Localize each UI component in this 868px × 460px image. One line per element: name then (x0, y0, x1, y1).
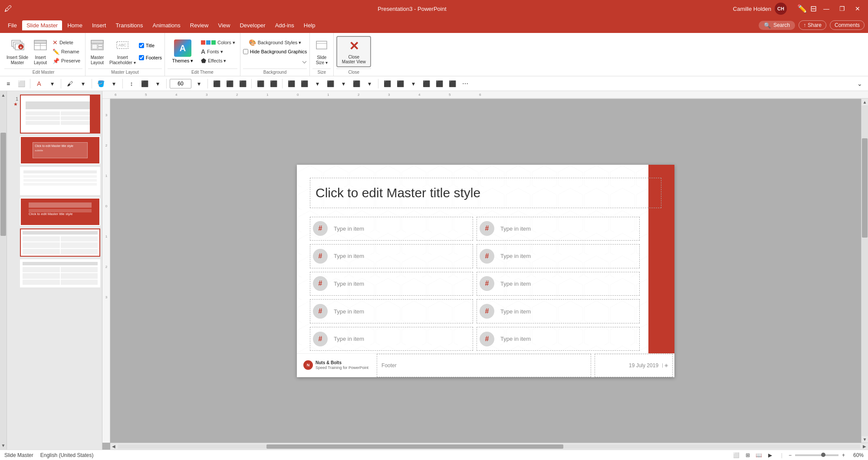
close-master-view-button[interactable]: ✕ CloseMaster View (336, 36, 371, 67)
slide-title-area[interactable]: Click to edit Master title style (310, 178, 661, 208)
grid-item-9[interactable]: # Type in item (310, 327, 473, 351)
shape-fill-arrow[interactable]: ▾ (338, 78, 349, 89)
align-left-button[interactable]: ⬛ (211, 78, 222, 89)
zoom-minus-button[interactable]: − (789, 452, 792, 458)
position-button[interactable]: ⬛ (447, 78, 458, 89)
fill-arrow[interactable]: ▾ (108, 78, 119, 89)
fonts-button[interactable]: A Fonts ▾ (199, 47, 237, 56)
menu-help[interactable]: Help (299, 20, 320, 30)
effects-button[interactable]: ⬟ Effects ▾ (199, 56, 237, 65)
grid-item-8[interactable]: # Type in item (477, 299, 640, 323)
scroll-down-arrow[interactable]: ▼ (0, 442, 7, 449)
vertical-scroll-track[interactable] (861, 105, 868, 436)
fill-button[interactable]: 🪣 (95, 78, 106, 89)
themes-button[interactable]: A Themes ▾ (168, 36, 198, 67)
shape-effects-button[interactable]: ⬛ (351, 78, 362, 89)
grid-item-6[interactable]: # Type in item (477, 272, 640, 296)
insert-layout-button[interactable]: InsertLayout (31, 36, 49, 67)
footers-checkbox-item[interactable]: Footers (139, 55, 162, 60)
vertical-scrollbar[interactable]: ▲ ▼ (861, 99, 868, 443)
left-scroll[interactable]: ▲ ▼ (0, 91, 7, 450)
text-align-center-button[interactable]: ⬜ (16, 78, 27, 89)
scroll-thumb[interactable] (0, 133, 6, 236)
menu-view[interactable]: View (214, 20, 234, 30)
scroll-right-button[interactable]: ▶ (861, 444, 868, 449)
font-size-input[interactable] (170, 79, 191, 88)
rename-button[interactable]: ✏️ Rename (50, 47, 82, 56)
footer-date-area[interactable]: 19 July 2019 | ◈ (595, 354, 673, 377)
background-styles-button[interactable]: 🎨 Background Styles ▾ (247, 38, 304, 47)
hide-background-checkbox[interactable] (243, 49, 248, 54)
slide-sorter-button[interactable]: ⊞ (743, 450, 753, 460)
colors-button[interactable]: Colors ▾ (199, 38, 237, 47)
zoom-thumb[interactable] (821, 453, 825, 457)
menu-file[interactable]: File (3, 20, 21, 30)
rotate-button[interactable]: ⬛ (421, 78, 432, 89)
menu-insert[interactable]: Insert (88, 20, 111, 30)
view-icon[interactable]: ⊟ (810, 4, 817, 13)
font-color-button[interactable]: A (33, 78, 45, 89)
menu-transitions[interactable]: Transitions (111, 20, 147, 30)
grid-item-2[interactable]: # Type in item (477, 217, 640, 241)
slide-thumbnail-4[interactable]: Click to edit Master title style (20, 198, 100, 226)
zoom-level[interactable]: 60% (848, 452, 864, 458)
title-checkbox[interactable] (139, 43, 144, 48)
zoom-slider[interactable] (795, 454, 838, 456)
align-center-button[interactable]: ⬛ (224, 78, 235, 89)
scroll-down-button[interactable]: ▼ (862, 436, 868, 443)
grid-item-5[interactable]: # Type in item (310, 272, 473, 296)
scroll-up-button[interactable]: ▲ (862, 99, 868, 105)
menu-review[interactable]: Review (186, 20, 213, 30)
slide-thumbnail-5[interactable] (20, 228, 100, 257)
shape-effects-arrow[interactable]: ▾ (364, 78, 375, 89)
scroll-track[interactable] (0, 98, 7, 442)
h-scroll-track[interactable] (118, 444, 860, 449)
font-color-arrow[interactable]: ▾ (46, 78, 58, 89)
footers-checkbox[interactable] (139, 55, 144, 60)
comments-button[interactable]: Comments (830, 20, 865, 30)
background-expand-icon[interactable]: ⌵ (302, 56, 307, 65)
slide-show-button[interactable]: ▶ (766, 450, 775, 460)
menu-animations[interactable]: Animations (148, 20, 185, 30)
master-layout-button[interactable]: MasterLayout (88, 36, 106, 67)
shape-fill-button[interactable]: ⬛ (325, 78, 336, 89)
slide-size-button[interactable]: SlideSize ▾ (312, 36, 331, 67)
slide-thumbnail-6[interactable] (20, 259, 100, 287)
grid-item-4[interactable]: # Type in item (477, 244, 640, 268)
minimize-button[interactable]: — (820, 3, 832, 15)
scroll-up-arrow[interactable]: ▲ (0, 92, 7, 98)
reading-view-button[interactable]: 📖 (754, 450, 764, 460)
text-align-left-button[interactable]: ≡ (3, 78, 14, 89)
layout-arrow[interactable]: ▾ (152, 78, 163, 89)
menu-slide-master[interactable]: Slide Master (22, 20, 62, 30)
delete-button[interactable]: ✕ Delete (50, 38, 82, 47)
pen-icon[interactable]: ✏️ (797, 4, 807, 13)
group-button[interactable]: ⬛ (395, 78, 406, 89)
slide-thumbnail-3[interactable] (20, 167, 100, 195)
grid-item-7[interactable]: # Type in item (310, 299, 473, 323)
more-button[interactable]: ⋯ (460, 78, 471, 89)
title-checkbox-item[interactable]: Title (139, 43, 162, 48)
grid-item-3[interactable]: # Type in item (310, 244, 473, 268)
menu-addins[interactable]: Add-ins (271, 20, 299, 30)
vertical-scroll-thumb[interactable] (862, 138, 868, 238)
collapse-ribbon-button[interactable]: ⌄ (854, 78, 865, 89)
shapes-button[interactable]: ⬛ (299, 78, 310, 89)
highlight-button[interactable]: 🖌 (64, 78, 76, 89)
arrange-button[interactable]: ⬛ (381, 78, 393, 89)
zoom-plus-button[interactable]: + (842, 452, 845, 458)
footer-text-area[interactable]: Footer (377, 354, 591, 377)
grid-item-1[interactable]: # Type in item (310, 217, 473, 241)
restore-button[interactable]: ❐ (836, 3, 848, 15)
horizontal-scrollbar[interactable]: ◀ ▶ (110, 443, 868, 450)
share-button[interactable]: ↑Share (799, 20, 826, 30)
h-scroll-thumb[interactable] (266, 444, 563, 449)
normal-view-button[interactable]: ⬜ (732, 450, 741, 460)
grid-item-10[interactable]: # Type in item (477, 327, 640, 351)
font-size-arrow[interactable]: ▾ (193, 78, 204, 89)
shapes-arrow[interactable]: ▾ (312, 78, 323, 89)
highlight-arrow[interactable]: ▾ (77, 78, 89, 89)
scroll-left-button[interactable]: ◀ (110, 444, 117, 449)
hide-background-item[interactable]: Hide Background Graphics (243, 49, 307, 54)
slide-thumbnail-2[interactable]: Click to edit Master title style subtitl… (20, 136, 100, 164)
